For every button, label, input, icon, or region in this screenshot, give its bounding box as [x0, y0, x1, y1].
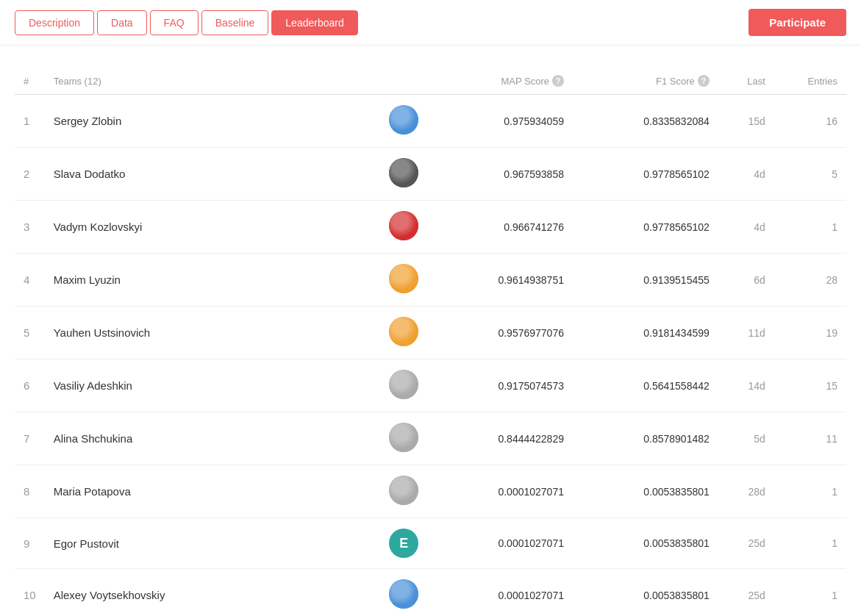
map-score-cell: 0.9576977076 — [427, 307, 573, 359]
entries-cell: 1 — [774, 465, 846, 518]
team-name-cell: Alexey Voytsekhovskiy — [45, 569, 380, 617]
avatar — [389, 423, 418, 452]
last-cell: 14d — [718, 359, 774, 412]
entries-cell: 19 — [774, 307, 846, 359]
map-score-cell: 0.0001027071 — [427, 465, 573, 518]
rank-cell: 3 — [15, 201, 45, 254]
leaderboard-body: 1Sergey Zlobin0.9759340590.833583208415d… — [15, 95, 846, 617]
map-score-cell: 0.0001027071 — [427, 569, 573, 617]
last-cell: 4d — [718, 148, 774, 201]
map-score-cell: 0.9614938751 — [427, 254, 573, 307]
last-cell: 25d — [718, 518, 774, 569]
team-name-cell: Yauhen Ustsinovich — [45, 307, 380, 359]
tab-baseline[interactable]: Baseline — [201, 10, 269, 35]
entries-cell: 11 — [774, 412, 846, 465]
entries-cell: 1 — [774, 518, 846, 569]
entries-cell: 1 — [774, 201, 846, 254]
avatar — [389, 579, 418, 609]
team-name-cell: Maria Potapova — [45, 465, 380, 518]
rank-cell: 9 — [15, 518, 45, 569]
f1-score-cell: 0.0053835801 — [573, 465, 718, 518]
avatar — [389, 211, 418, 240]
avatar — [389, 158, 418, 187]
avatar-cell — [380, 307, 427, 359]
avatar-cell — [380, 148, 427, 201]
table-row[interactable]: 5Yauhen Ustsinovich0.95769770760.9181434… — [15, 307, 846, 359]
map-score-cell: 0.967593858 — [427, 148, 573, 201]
map-score-cell: 0.975934059 — [427, 95, 573, 148]
map-score-cell: 0.0001027071 — [427, 518, 573, 569]
table-row[interactable]: 3Vadym Kozlovskyi0.9667412760.9778565102… — [15, 201, 846, 254]
tab-description[interactable]: Description — [15, 10, 94, 35]
f1-score-help-icon[interactable]: ? — [698, 75, 710, 87]
avatar — [389, 264, 418, 293]
rank-cell: 6 — [15, 359, 45, 412]
avatar-cell — [380, 254, 427, 307]
f1-score-cell: 0.0053835801 — [573, 569, 718, 617]
table-header-row: # Teams (12) MAP Score ? F1 Score ? — [15, 68, 846, 95]
f1-score-cell: 0.0053835801 — [573, 518, 718, 569]
team-name-cell: Vadym Kozlovskyi — [45, 201, 380, 254]
team-name-cell: Maxim Lyuzin — [45, 254, 380, 307]
entries-cell: 16 — [774, 95, 846, 148]
table-row[interactable]: 6Vasiliy Adeshkin0.91750745730.564155844… — [15, 359, 846, 412]
table-row[interactable]: 2Slava Dodatko0.9675938580.97785651024d5 — [15, 148, 846, 201]
tab-leaderboard[interactable]: Leaderboard — [271, 10, 357, 35]
avatar: E — [389, 529, 418, 558]
last-cell: 4d — [718, 201, 774, 254]
entries-cell: 1 — [774, 569, 846, 617]
f1-score-cell: 0.5641558442 — [573, 359, 718, 412]
map-score-cell: 0.9175074573 — [427, 359, 573, 412]
f1-score-cell: 0.8578901482 — [573, 412, 718, 465]
last-cell: 15d — [718, 95, 774, 148]
table-row[interactable]: 4Maxim Lyuzin0.96149387510.91395154556d2… — [15, 254, 846, 307]
team-name-cell: Sergey Zlobin — [45, 95, 380, 148]
rank-cell: 1 — [15, 95, 45, 148]
avatar-cell — [380, 359, 427, 412]
avatar-cell: E — [380, 518, 427, 569]
avatar — [389, 476, 418, 505]
map-score-cell: 0.8444422829 — [427, 412, 573, 465]
avatar-cell — [380, 95, 427, 148]
table-row[interactable]: 1Sergey Zlobin0.9759340590.833583208415d… — [15, 95, 846, 148]
table-row[interactable]: 8Maria Potapova0.00010270710.00538358012… — [15, 465, 846, 518]
leaderboard-container: # Teams (12) MAP Score ? F1 Score ? — [0, 46, 861, 616]
avatar-cell — [380, 569, 427, 617]
col-last: Last — [718, 68, 774, 95]
f1-score-cell: 0.9778565102 — [573, 148, 718, 201]
nav-tabs: Description Data FAQ Baseline Leaderboar… — [15, 10, 358, 35]
col-f1-score: F1 Score ? — [573, 68, 718, 95]
map-score-help-icon[interactable]: ? — [552, 75, 564, 87]
tab-faq[interactable]: FAQ — [150, 10, 199, 35]
team-name-cell: Vasiliy Adeshkin — [45, 359, 380, 412]
table-row[interactable]: 10Alexey Voytsekhovskiy0.00010270710.005… — [15, 569, 846, 617]
rank-cell: 5 — [15, 307, 45, 359]
rank-cell: 7 — [15, 412, 45, 465]
f1-score-cell: 0.8335832084 — [573, 95, 718, 148]
entries-cell: 5 — [774, 148, 846, 201]
team-name-cell: Alina Shchukina — [45, 412, 380, 465]
tab-data[interactable]: Data — [97, 10, 147, 35]
table-row[interactable]: 7Alina Shchukina0.84444228290.8578901482… — [15, 412, 846, 465]
rank-cell: 8 — [15, 465, 45, 518]
map-score-cell: 0.966741276 — [427, 201, 573, 254]
team-name-cell: Egor Pustovit — [45, 518, 380, 569]
leaderboard-table: # Teams (12) MAP Score ? F1 Score ? — [15, 68, 846, 616]
last-cell: 28d — [718, 465, 774, 518]
avatar — [389, 105, 418, 135]
last-cell: 25d — [718, 569, 774, 617]
participate-button[interactable]: Participate — [749, 9, 846, 36]
rank-cell: 10 — [15, 569, 45, 617]
last-cell: 6d — [718, 254, 774, 307]
rank-cell: 4 — [15, 254, 45, 307]
col-map-score: MAP Score ? — [427, 68, 573, 95]
last-cell: 11d — [718, 307, 774, 359]
col-avatar-spacer — [380, 68, 427, 95]
table-row[interactable]: 9Egor PustovitE0.00010270710.00538358012… — [15, 518, 846, 569]
last-cell: 5d — [718, 412, 774, 465]
col-teams: Teams (12) — [45, 68, 380, 95]
avatar-cell — [380, 465, 427, 518]
avatar-cell — [380, 412, 427, 465]
col-rank: # — [15, 68, 45, 95]
avatar — [389, 317, 418, 346]
